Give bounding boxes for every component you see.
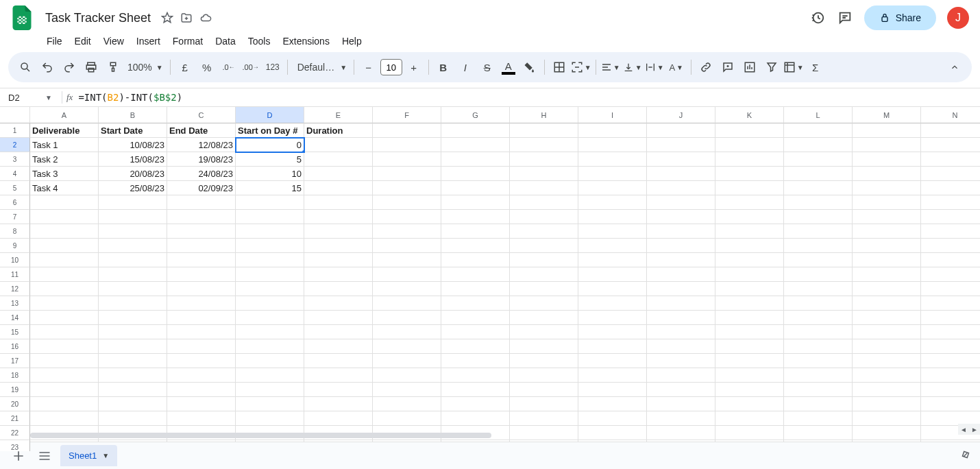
cell[interactable]	[304, 311, 373, 325]
cell[interactable]	[715, 267, 784, 282]
row-header[interactable]: 2	[0, 138, 30, 152]
row-header[interactable]: 9	[0, 239, 30, 253]
cell[interactable]	[167, 267, 236, 282]
strikethrough-icon[interactable]: S	[477, 57, 498, 77]
cell[interactable]	[510, 397, 578, 411]
menu-data[interactable]: Data	[210, 33, 241, 49]
cell[interactable]	[510, 296, 578, 311]
cell[interactable]: 15	[236, 181, 304, 195]
cell[interactable]	[578, 383, 647, 397]
cell[interactable]	[30, 339, 99, 354]
cell[interactable]: 5	[236, 152, 304, 167]
cell[interactable]	[853, 267, 921, 282]
cell[interactable]: Task 2	[30, 152, 99, 167]
cell[interactable]	[99, 296, 167, 311]
cell[interactable]	[304, 224, 373, 239]
cell[interactable]	[99, 239, 167, 253]
cell[interactable]	[236, 311, 304, 325]
cell[interactable]	[647, 383, 715, 397]
cell[interactable]	[921, 311, 980, 325]
insert-chart-icon[interactable]	[739, 57, 760, 77]
document-title[interactable]: Task Tracker Sheet	[41, 10, 155, 27]
row-header[interactable]: 3	[0, 152, 30, 167]
cell[interactable]	[647, 253, 715, 267]
cell[interactable]	[373, 210, 441, 224]
cell[interactable]	[715, 181, 784, 195]
cell[interactable]	[99, 325, 167, 339]
cell[interactable]	[99, 397, 167, 411]
cell[interactable]	[373, 325, 441, 339]
cell[interactable]	[647, 123, 715, 138]
cell[interactable]	[304, 253, 373, 267]
row-header[interactable]: 12	[0, 282, 30, 296]
cell[interactable]	[578, 354, 647, 368]
cell[interactable]	[853, 181, 921, 195]
cell[interactable]	[441, 354, 510, 368]
cell[interactable]	[441, 383, 510, 397]
decrease-font-icon[interactable]: −	[358, 57, 379, 77]
cell[interactable]	[236, 411, 304, 426]
cell[interactable]	[441, 210, 510, 224]
all-sheets-icon[interactable]	[34, 446, 55, 466]
cell[interactable]	[921, 239, 980, 253]
column-header[interactable]: I	[578, 107, 647, 123]
cell[interactable]	[373, 138, 441, 152]
cell[interactable]	[510, 138, 578, 152]
cell[interactable]	[304, 354, 373, 368]
cell[interactable]	[441, 339, 510, 354]
column-header[interactable]: K	[715, 107, 784, 123]
cell[interactable]	[30, 411, 99, 426]
cell[interactable]: 24/08/23	[167, 167, 236, 181]
cell[interactable]	[853, 354, 921, 368]
cell[interactable]	[647, 311, 715, 325]
cell[interactable]	[167, 383, 236, 397]
cell[interactable]	[784, 152, 853, 167]
cell[interactable]	[853, 152, 921, 167]
column-header[interactable]: B	[99, 107, 167, 123]
column-header[interactable]: H	[510, 107, 578, 123]
cell[interactable]	[99, 195, 167, 210]
cell[interactable]	[921, 368, 980, 383]
cell[interactable]	[784, 368, 853, 383]
cell[interactable]	[167, 195, 236, 210]
scroll-right-icon[interactable]: ►	[969, 424, 980, 435]
text-rotation-icon[interactable]: A▼	[666, 57, 687, 77]
cell[interactable]	[853, 224, 921, 239]
cell[interactable]	[99, 339, 167, 354]
menu-extensions[interactable]: Extensions	[277, 33, 334, 49]
cell[interactable]	[30, 195, 99, 210]
cell[interactable]	[373, 282, 441, 296]
cell[interactable]	[715, 152, 784, 167]
number-format-select[interactable]: 123	[262, 57, 283, 77]
cell[interactable]	[715, 354, 784, 368]
cell[interactable]	[647, 195, 715, 210]
cell[interactable]: End Date	[167, 123, 236, 138]
cell[interactable]	[510, 239, 578, 253]
cell[interactable]	[441, 296, 510, 311]
cell[interactable]	[578, 267, 647, 282]
cell[interactable]	[853, 167, 921, 181]
cell[interactable]	[30, 383, 99, 397]
cell[interactable]	[715, 239, 784, 253]
cell[interactable]	[304, 167, 373, 181]
cell[interactable]	[853, 397, 921, 411]
history-icon[interactable]	[809, 10, 826, 26]
cell[interactable]	[236, 224, 304, 239]
cell[interactable]	[373, 311, 441, 325]
cell[interactable]	[715, 339, 784, 354]
cell[interactable]	[167, 253, 236, 267]
name-box[interactable]: D2 ▼	[3, 91, 58, 104]
cell[interactable]	[510, 267, 578, 282]
cell[interactable]: Task 3	[30, 167, 99, 181]
scroll-left-icon[interactable]: ◄	[958, 424, 969, 435]
cell[interactable]: Duration	[304, 123, 373, 138]
cell[interactable]	[578, 138, 647, 152]
menu-file[interactable]: File	[41, 33, 68, 49]
cell[interactable]	[373, 383, 441, 397]
cell[interactable]	[236, 195, 304, 210]
row-header[interactable]: 6	[0, 195, 30, 210]
row-header[interactable]: 21	[0, 411, 30, 426]
cell[interactable]	[304, 368, 373, 383]
cell[interactable]	[441, 239, 510, 253]
cell[interactable]	[784, 311, 853, 325]
